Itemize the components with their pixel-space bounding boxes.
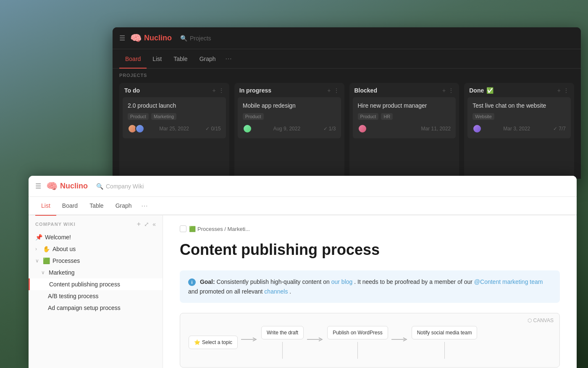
hamburger-bottom-icon[interactable]: ☰ <box>35 182 41 190</box>
card-footer: Mar 3, 2022 ✓ 7/7 <box>472 124 566 133</box>
card-tags: Website <box>472 113 566 120</box>
hamburger-menu-icon[interactable]: ☰ <box>119 34 125 42</box>
sidebar-about-label: About us <box>52 246 149 252</box>
sidebar-item-ad-campaign[interactable]: Ad campaign setup process <box>29 302 163 314</box>
chevron-down-icon[interactable]: ∨ <box>35 258 41 264</box>
top-search[interactable]: 🔍 Projects <box>180 35 211 42</box>
canvas-container: ⬡ CANVAS ⭐ Select a topic <box>180 313 560 368</box>
flow-step-label-1: Select a topic <box>202 339 232 345</box>
col-title-todo: To do <box>124 87 140 94</box>
col-add-blocked[interactable]: + <box>442 87 446 94</box>
flow-step-box-3[interactable]: Publish on WordPress <box>327 326 388 339</box>
breadcrumb-link[interactable]: 🟩 Processes / Marketi... <box>189 226 250 232</box>
bottom-search-label: Company Wiki <box>106 183 144 190</box>
tab-list-bottom[interactable]: List <box>35 196 56 215</box>
page-title: Content publishing process <box>180 241 560 259</box>
col-menu-blocked[interactable]: ⋮ <box>448 87 454 94</box>
card-tags: Product <box>243 113 336 120</box>
card-avatars <box>472 124 480 133</box>
sidebar-processes-label: Processes <box>52 257 149 264</box>
chevron-down-icon[interactable]: ∨ <box>41 270 47 275</box>
flow-step-box-2[interactable]: Write the draft <box>261 326 304 339</box>
info-goal-label: Goal: <box>200 278 215 285</box>
col-header-todo: To do + ⋮ <box>119 83 229 97</box>
bottom-search[interactable]: 🔍 Company Wiki <box>96 183 144 190</box>
tab-graph-bottom[interactable]: Graph <box>110 196 138 215</box>
top-window: ☰ 🧠 Nuclino 🔍 Projects Board List Table … <box>113 27 581 179</box>
tag-hr: HR <box>381 113 393 120</box>
vertical-line <box>444 342 445 359</box>
vertical-line <box>282 342 283 359</box>
star-icon: ⭐ <box>194 339 200 345</box>
info-link-channels[interactable]: channels <box>264 288 288 295</box>
col-menu-inprogress[interactable]: ⋮ <box>333 87 339 94</box>
flow-step-box-1[interactable]: ⭐ Select a topic <box>189 336 238 349</box>
tab-board[interactable]: Board <box>119 49 147 69</box>
sidebar-ab-testing-label: A/B testing process <box>48 293 156 299</box>
avatar <box>472 124 482 133</box>
col-add-inprogress[interactable]: + <box>327 87 331 94</box>
sidebar-marketing-label: Marketing <box>49 269 149 276</box>
content-area: 🟩 Processes / Marketi... Content publish… <box>163 215 577 368</box>
flow-arrow-1 <box>238 336 261 343</box>
sidebar-item-marketing[interactable]: ∨ Marketing <box>29 267 163 278</box>
flow-arrow-3 <box>388 336 412 343</box>
card-mobile-app[interactable]: Mobile app redesign Product Aug 9, 2022 … <box>238 97 341 138</box>
more-tabs-bottom-icon[interactable]: ⋯ <box>138 202 151 210</box>
card-live-chat[interactable]: Test live chat on the website Website Ma… <box>467 97 571 138</box>
canvas-icon: ⬡ <box>528 318 532 323</box>
sidebar-title: COMPANY WIKI <box>35 222 76 227</box>
info-text1: Consistently publish high-quality conten… <box>217 278 331 285</box>
sidebar-item-content-publishing[interactable]: Content publishing process <box>29 278 163 290</box>
avatar <box>358 124 367 133</box>
flow-arrow-2 <box>304 336 327 343</box>
top-logo: 🧠 Nuclino <box>130 33 172 44</box>
search-icon-bottom: 🔍 <box>96 183 103 190</box>
sidebar-expand-icon[interactable]: ⤢ <box>144 221 149 228</box>
sidebar-collapse-icon[interactable]: « <box>152 221 156 228</box>
col-menu-todo[interactable]: ⋮ <box>218 87 224 94</box>
tag-product: Product <box>243 113 264 120</box>
tab-table[interactable]: Table <box>168 49 193 69</box>
card-tags: Product HR <box>358 113 451 120</box>
tab-table-bottom[interactable]: Table <box>84 196 109 215</box>
canvas-label-text: CANVAS <box>533 318 554 323</box>
sidebar-item-ab-testing[interactable]: A/B testing process <box>29 290 163 302</box>
sidebar-item-processes[interactable]: ∨ 🟩 Processes <box>29 255 163 267</box>
done-checkmark-icon: ✅ <box>486 87 494 94</box>
flow-step-label-3: Publish on WordPress <box>333 330 383 336</box>
vertical-line <box>357 342 358 359</box>
breadcrumb-checkbox[interactable] <box>180 225 186 232</box>
flow-step-box-4[interactable]: Notify social media team <box>412 326 478 339</box>
flow-step-1: ⭐ Select a topic <box>189 336 238 349</box>
card-checklist: ✓ 1/3 <box>323 126 336 132</box>
info-link-blog[interactable]: our blog <box>331 278 353 285</box>
more-tabs-icon[interactable]: ⋯ <box>222 55 235 63</box>
card-avatars <box>128 124 143 133</box>
sidebar-add-icon[interactable]: + <box>137 220 141 228</box>
sidebar-item-about[interactable]: › ✋ About us <box>29 243 163 255</box>
chevron-right-icon[interactable]: › <box>35 246 41 252</box>
card-hire-pm[interactable]: Hire new product manager Product HR Mar … <box>353 97 456 138</box>
search-icon: 🔍 <box>180 35 187 42</box>
tab-graph[interactable]: Graph <box>194 49 222 69</box>
card-footer: Aug 9, 2022 ✓ 1/3 <box>243 124 336 133</box>
top-header: ☰ 🧠 Nuclino 🔍 Projects <box>113 27 581 49</box>
card-product-launch[interactable]: 2.0 product launch Product Marketing Mar… <box>123 97 226 138</box>
col-add-todo[interactable]: + <box>213 87 216 94</box>
kanban-col-inprogress: In progress + ⋮ Mobile app redesign Prod… <box>234 83 344 179</box>
col-menu-done[interactable]: ⋮ <box>563 87 569 94</box>
sidebar-header-actions: + ⤢ « <box>137 220 156 228</box>
sidebar: COMPANY WIKI + ⤢ « 📌 Welcome! › ✋ About … <box>29 215 163 368</box>
kanban-col-todo: To do + ⋮ 2.0 product launch Product Mar… <box>119 83 229 179</box>
card-title: 2.0 product launch <box>128 102 221 109</box>
bottom-header: ☰ 🧠 Nuclino 🔍 Company Wiki <box>29 176 577 197</box>
col-add-done[interactable]: + <box>557 87 561 94</box>
tab-list[interactable]: List <box>147 49 168 69</box>
info-text4: . <box>289 288 291 295</box>
sidebar-ad-campaign-label: Ad campaign setup process <box>48 304 156 311</box>
tab-board-bottom[interactable]: Board <box>56 196 84 215</box>
card-checklist: ✓ 7/7 <box>553 126 566 132</box>
info-link-team[interactable]: @Content marketing team <box>474 278 543 285</box>
sidebar-item-welcome[interactable]: 📌 Welcome! <box>29 231 163 243</box>
